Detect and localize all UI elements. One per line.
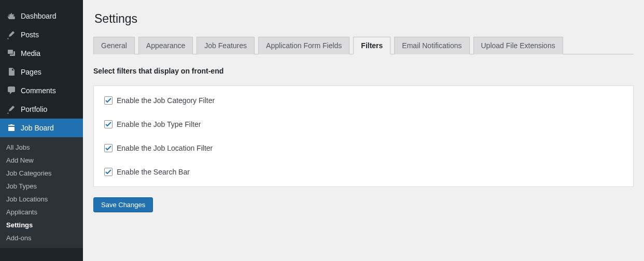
- submenu-job-categories[interactable]: Job Categories: [0, 167, 83, 180]
- sidebar-item-pages[interactable]: Pages: [0, 63, 83, 81]
- checkbox-job-type[interactable]: [104, 120, 113, 128]
- submenu-settings[interactable]: Settings: [0, 219, 83, 231]
- comment-icon: [6, 85, 17, 96]
- submenu-job-locations[interactable]: Job Locations: [0, 193, 83, 206]
- content-area: Settings General Appearance Job Features…: [83, 0, 644, 261]
- filter-row: Enable the Search Bar: [104, 168, 623, 176]
- checkbox-job-category[interactable]: [104, 96, 113, 105]
- sidebar-item-dashboard[interactable]: Dashboard: [0, 7, 83, 25]
- tabs-nav: General Appearance Job Features Applicat…: [93, 36, 634, 54]
- tab-job-features[interactable]: Job Features: [197, 37, 255, 54]
- submenu-applicants[interactable]: Applicants: [0, 206, 83, 219]
- tab-general[interactable]: General: [93, 37, 135, 54]
- sidebar-item-label: Pages: [21, 68, 41, 76]
- filter-row: Enable the Job Category Filter: [104, 96, 623, 105]
- sidebar-item-posts[interactable]: Posts: [0, 25, 83, 44]
- filter-row: Enable the Job Location Filter: [104, 144, 623, 152]
- filters-panel: Enable the Job Category Filter Enable th…: [93, 85, 634, 187]
- sidebar-item-label: Media: [21, 49, 40, 57]
- media-icon: [6, 48, 17, 59]
- save-changes-button[interactable]: Save Changes: [93, 197, 153, 212]
- admin-sidebar: Dashboard Posts Media Pages Comments Por…: [0, 0, 83, 261]
- sidebar-item-label: Job Board: [21, 124, 54, 132]
- checkbox-label: Enable the Job Type Filter: [117, 120, 201, 128]
- sidebar-item-label: Portfolio: [21, 105, 47, 113]
- pin-icon: [6, 104, 17, 114]
- tab-email-notifications[interactable]: Email Notifications: [394, 37, 469, 54]
- sidebar-item-comments[interactable]: Comments: [0, 81, 83, 100]
- submenu-job-types[interactable]: Job Types: [0, 180, 83, 193]
- submenu-add-new[interactable]: Add New: [0, 154, 83, 167]
- checkbox-label: Enable the Job Category Filter: [117, 96, 215, 105]
- sidebar-item-label: Dashboard: [21, 12, 57, 20]
- sidebar-item-media[interactable]: Media: [0, 44, 83, 63]
- page-title: Settings: [94, 12, 634, 26]
- submenu-add-ons[interactable]: Add-ons: [0, 231, 83, 244]
- pin-icon: [6, 30, 17, 40]
- page-icon: [6, 67, 17, 77]
- tab-appearance[interactable]: Appearance: [138, 37, 193, 54]
- tab-upload-file-extensions[interactable]: Upload File Extensions: [473, 37, 563, 54]
- section-description: Select filters that display on front-end: [93, 67, 634, 75]
- dashboard-icon: [6, 11, 17, 21]
- sidebar-item-label: Comments: [21, 86, 56, 95]
- sidebar-item-portfolio[interactable]: Portfolio: [0, 100, 83, 119]
- submenu-all-jobs[interactable]: All Jobs: [0, 141, 83, 154]
- sidebar-item-job-board[interactable]: Job Board: [0, 119, 83, 137]
- tab-filters[interactable]: Filters: [353, 37, 390, 54]
- checkbox-label: Enable the Job Location Filter: [117, 144, 213, 152]
- sidebar-item-label: Posts: [21, 31, 39, 39]
- checkbox-label: Enable the Search Bar: [117, 168, 190, 176]
- checkbox-job-location[interactable]: [104, 144, 113, 152]
- filter-row: Enable the Job Type Filter: [104, 120, 623, 128]
- briefcase-icon: [6, 123, 17, 133]
- checkbox-search-bar[interactable]: [104, 168, 113, 176]
- tab-application-form-fields[interactable]: Application Form Fields: [258, 37, 349, 54]
- sidebar-submenu: All Jobs Add New Job Categories Job Type…: [0, 137, 83, 248]
